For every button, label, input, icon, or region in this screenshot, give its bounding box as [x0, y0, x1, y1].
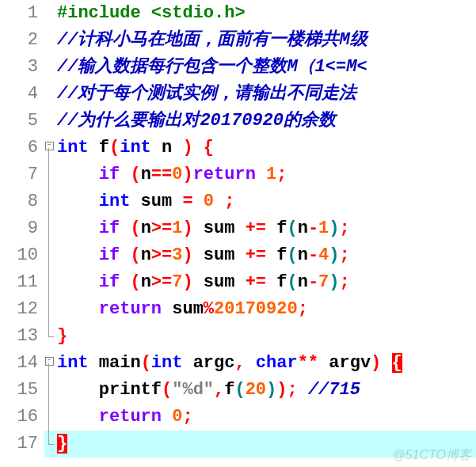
code-content[interactable]: if (n>=3) sum += f(n-4); [54, 242, 476, 269]
token-paren: ) [182, 245, 192, 265]
code-line[interactable]: 5//为什么要输出对20170920的余数 [0, 108, 476, 135]
token-iden: n [141, 272, 151, 292]
token-iden: f [266, 218, 287, 238]
code-content[interactable]: if (n>=1) sum += f(n-1); [54, 215, 476, 242]
token-iden: sum [193, 245, 246, 265]
token-iden: n [298, 218, 308, 238]
fold-gutter[interactable]: - [44, 135, 54, 161]
line-number: 14 [0, 350, 44, 377]
token-iden [120, 165, 130, 184]
code-line[interactable]: 3//输入数据每行包含一个整数M（1<=M< [0, 54, 476, 81]
code-content[interactable]: //为什么要输出对20170920的余数 [54, 108, 476, 135]
token-paren: ) [182, 272, 192, 292]
token-paren-b: ) [329, 272, 339, 292]
token-iden: sum [130, 192, 182, 211]
code-content[interactable]: //输入数据每行包含一个整数M（1<=M< [54, 54, 476, 81]
token-paren-b: ) [329, 245, 339, 265]
token-num: 0 [172, 165, 182, 184]
token-iden: n [141, 165, 151, 184]
line-number: 10 [0, 242, 44, 269]
fold-gutter[interactable]: - [44, 350, 54, 377]
code-content[interactable]: #include <stdio.h> [54, 0, 476, 27]
code-line[interactable]: 8 int sum = 0 ; [0, 188, 476, 215]
code-line[interactable]: 10 if (n>=3) sum += f(n-4); [0, 242, 476, 269]
token-iden: f [89, 138, 109, 158]
code-content[interactable]: if (n==0)return 1; [54, 161, 476, 188]
token-paren: ( [130, 272, 140, 292]
token-iden: sum [193, 272, 246, 292]
code-line[interactable]: 7 if (n==0)return 1; [0, 161, 476, 188]
token-iden: f [266, 272, 287, 292]
token-iden: n [141, 245, 151, 265]
code-line[interactable]: 13} [0, 323, 476, 350]
token-iden [57, 218, 99, 238]
token-iden [120, 272, 130, 292]
token-op: += [246, 272, 266, 292]
token-op: ; [339, 272, 349, 292]
token-kw: if [99, 245, 120, 265]
token-comment: //输入数据每行包含一个整数M（1<=M< [57, 57, 367, 77]
token-paren-b: ) [266, 380, 276, 400]
code-line[interactable]: 12 return sum%20170920; [0, 296, 476, 323]
code-content[interactable]: } [54, 323, 476, 350]
token-type: int [57, 353, 89, 373]
code-line[interactable]: 2//计科小马在地面，面前有一楼梯共M级 [0, 27, 476, 54]
token-op: } [57, 326, 67, 346]
code-line[interactable]: 11 if (n>=7) sum += f(n-7); [0, 269, 476, 296]
code-content[interactable]: int f(int n ) { [54, 135, 476, 161]
code-line[interactable]: 1#include <stdio.h> [0, 0, 476, 27]
token-op: , [214, 380, 224, 400]
code-content[interactable]: int main(int argc, char** argv) { [54, 350, 476, 377]
line-number: 13 [0, 323, 44, 350]
token-num: 7 [172, 272, 182, 292]
token-op: , [234, 353, 245, 373]
code-line[interactable]: 16 return 0; [0, 404, 476, 431]
code-line[interactable]: 15 printf("%d",f(20)); //715 [0, 377, 476, 404]
line-number: 4 [0, 81, 44, 108]
code-content[interactable]: return sum%20170920; [54, 296, 476, 323]
fold-toggle-icon[interactable]: - [45, 142, 54, 150]
fold-gutter [44, 377, 54, 404]
token-paren: ) [276, 380, 287, 400]
token-op: ; [287, 380, 297, 400]
code-editor[interactable]: 1#include <stdio.h>2//计科小马在地面，面前有一楼梯共M级3… [0, 0, 476, 458]
code-content[interactable]: int sum = 0 ; [54, 188, 476, 215]
token-iden [298, 380, 308, 400]
code-content[interactable]: if (n>=7) sum += f(n-7); [54, 269, 476, 296]
fold-toggle-icon[interactable]: - [45, 357, 54, 366]
line-number: 15 [0, 377, 44, 404]
code-line[interactable]: 4//对于每个测试实例，请输出不同走法 [0, 81, 476, 108]
token-iden: argc [182, 353, 234, 373]
token-iden [57, 165, 99, 184]
token-paren: ( [141, 353, 151, 373]
fold-gutter [44, 27, 54, 54]
token-iden [193, 138, 204, 158]
code-line[interactable]: 14-int main(int argc, char** argv) { [0, 350, 476, 377]
line-number: 3 [0, 54, 44, 81]
token-op: % [204, 299, 214, 319]
fold-gutter [44, 108, 54, 135]
token-iden [246, 353, 256, 373]
token-op: - [308, 272, 318, 292]
code-content[interactable]: return 0; [54, 404, 476, 431]
code-line[interactable]: 9 if (n>=1) sum += f(n-1); [0, 215, 476, 242]
token-paren: ( [162, 380, 172, 400]
token-num: 20170920 [214, 299, 298, 319]
code-content[interactable]: //对于每个测试实例，请输出不同走法 [54, 81, 476, 108]
token-type: int [151, 353, 183, 373]
token-paren-b: ( [287, 272, 297, 292]
code-line[interactable]: 6-int f(int n ) { [0, 135, 476, 161]
line-number: 5 [0, 108, 44, 135]
line-number: 17 [0, 431, 44, 458]
token-iden: argv [318, 353, 371, 373]
code-content[interactable]: //计科小马在地面，面前有一楼梯共M级 [54, 27, 476, 54]
code-content[interactable]: printf("%d",f(20)); //715 [54, 377, 476, 404]
token-iden [120, 245, 130, 265]
line-number: 8 [0, 188, 44, 215]
token-iden: n [151, 138, 183, 158]
token-op: >= [151, 245, 172, 265]
token-iden [57, 299, 99, 319]
token-iden [57, 245, 99, 265]
token-type: int [99, 192, 131, 211]
fold-gutter [44, 242, 54, 269]
